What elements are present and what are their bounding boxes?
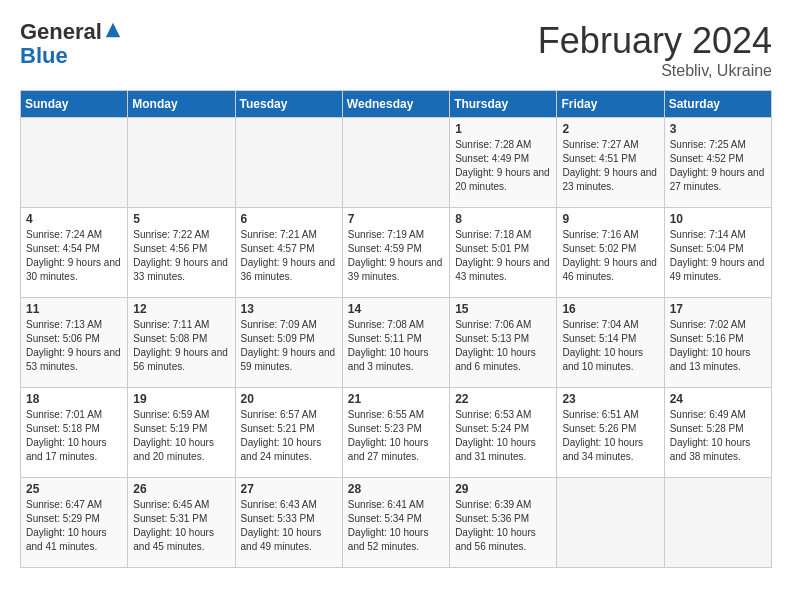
week-row-5: 25Sunrise: 6:47 AMSunset: 5:29 PMDayligh… bbox=[21, 478, 772, 568]
calendar-cell-w3-d2: 13Sunrise: 7:09 AMSunset: 5:09 PMDayligh… bbox=[235, 298, 342, 388]
calendar-cell-w1-d5: 2Sunrise: 7:27 AMSunset: 4:51 PMDaylight… bbox=[557, 118, 664, 208]
weekday-header-row: SundayMondayTuesdayWednesdayThursdayFrid… bbox=[21, 91, 772, 118]
page-header: General Blue February 2024 Stebliv, Ukra… bbox=[20, 20, 772, 80]
weekday-header-saturday: Saturday bbox=[664, 91, 771, 118]
day-info: Sunrise: 7:02 AMSunset: 5:16 PMDaylight:… bbox=[670, 318, 766, 374]
day-number: 17 bbox=[670, 302, 766, 316]
calendar-cell-w4-d6: 24Sunrise: 6:49 AMSunset: 5:28 PMDayligh… bbox=[664, 388, 771, 478]
day-number: 10 bbox=[670, 212, 766, 226]
day-info: Sunrise: 6:49 AMSunset: 5:28 PMDaylight:… bbox=[670, 408, 766, 464]
day-number: 22 bbox=[455, 392, 551, 406]
day-info: Sunrise: 7:11 AMSunset: 5:08 PMDaylight:… bbox=[133, 318, 229, 374]
calendar-cell-w4-d4: 22Sunrise: 6:53 AMSunset: 5:24 PMDayligh… bbox=[450, 388, 557, 478]
logo-icon bbox=[104, 21, 122, 39]
weekday-header-sunday: Sunday bbox=[21, 91, 128, 118]
calendar-cell-w5-d2: 27Sunrise: 6:43 AMSunset: 5:33 PMDayligh… bbox=[235, 478, 342, 568]
calendar-cell-w2-d5: 9Sunrise: 7:16 AMSunset: 5:02 PMDaylight… bbox=[557, 208, 664, 298]
day-number: 12 bbox=[133, 302, 229, 316]
day-info: Sunrise: 7:06 AMSunset: 5:13 PMDaylight:… bbox=[455, 318, 551, 374]
day-info: Sunrise: 6:41 AMSunset: 5:34 PMDaylight:… bbox=[348, 498, 444, 554]
day-number: 4 bbox=[26, 212, 122, 226]
day-info: Sunrise: 7:18 AMSunset: 5:01 PMDaylight:… bbox=[455, 228, 551, 284]
day-number: 13 bbox=[241, 302, 337, 316]
day-number: 11 bbox=[26, 302, 122, 316]
calendar-cell-w4-d1: 19Sunrise: 6:59 AMSunset: 5:19 PMDayligh… bbox=[128, 388, 235, 478]
calendar-cell-w4-d2: 20Sunrise: 6:57 AMSunset: 5:21 PMDayligh… bbox=[235, 388, 342, 478]
day-number: 7 bbox=[348, 212, 444, 226]
weekday-header-monday: Monday bbox=[128, 91, 235, 118]
week-row-1: 1Sunrise: 7:28 AMSunset: 4:49 PMDaylight… bbox=[21, 118, 772, 208]
day-number: 9 bbox=[562, 212, 658, 226]
day-number: 29 bbox=[455, 482, 551, 496]
calendar-cell-w3-d1: 12Sunrise: 7:11 AMSunset: 5:08 PMDayligh… bbox=[128, 298, 235, 388]
day-info: Sunrise: 6:57 AMSunset: 5:21 PMDaylight:… bbox=[241, 408, 337, 464]
week-row-2: 4Sunrise: 7:24 AMSunset: 4:54 PMDaylight… bbox=[21, 208, 772, 298]
calendar-cell-w5-d6 bbox=[664, 478, 771, 568]
calendar-cell-w2-d0: 4Sunrise: 7:24 AMSunset: 4:54 PMDaylight… bbox=[21, 208, 128, 298]
calendar-cell-w3-d3: 14Sunrise: 7:08 AMSunset: 5:11 PMDayligh… bbox=[342, 298, 449, 388]
day-info: Sunrise: 7:09 AMSunset: 5:09 PMDaylight:… bbox=[241, 318, 337, 374]
calendar-cell-w3-d0: 11Sunrise: 7:13 AMSunset: 5:06 PMDayligh… bbox=[21, 298, 128, 388]
calendar-cell-w2-d2: 6Sunrise: 7:21 AMSunset: 4:57 PMDaylight… bbox=[235, 208, 342, 298]
svg-marker-0 bbox=[106, 23, 120, 37]
day-number: 24 bbox=[670, 392, 766, 406]
day-number: 8 bbox=[455, 212, 551, 226]
day-info: Sunrise: 6:51 AMSunset: 5:26 PMDaylight:… bbox=[562, 408, 658, 464]
day-info: Sunrise: 7:24 AMSunset: 4:54 PMDaylight:… bbox=[26, 228, 122, 284]
day-info: Sunrise: 6:59 AMSunset: 5:19 PMDaylight:… bbox=[133, 408, 229, 464]
calendar-cell-w1-d6: 3Sunrise: 7:25 AMSunset: 4:52 PMDaylight… bbox=[664, 118, 771, 208]
calendar-cell-w2-d3: 7Sunrise: 7:19 AMSunset: 4:59 PMDaylight… bbox=[342, 208, 449, 298]
logo-blue: Blue bbox=[20, 43, 68, 68]
day-info: Sunrise: 7:28 AMSunset: 4:49 PMDaylight:… bbox=[455, 138, 551, 194]
day-info: Sunrise: 7:25 AMSunset: 4:52 PMDaylight:… bbox=[670, 138, 766, 194]
day-info: Sunrise: 6:43 AMSunset: 5:33 PMDaylight:… bbox=[241, 498, 337, 554]
weekday-header-wednesday: Wednesday bbox=[342, 91, 449, 118]
calendar-cell-w1-d4: 1Sunrise: 7:28 AMSunset: 4:49 PMDaylight… bbox=[450, 118, 557, 208]
calendar-cell-w2-d4: 8Sunrise: 7:18 AMSunset: 5:01 PMDaylight… bbox=[450, 208, 557, 298]
day-info: Sunrise: 7:22 AMSunset: 4:56 PMDaylight:… bbox=[133, 228, 229, 284]
calendar-cell-w1-d2 bbox=[235, 118, 342, 208]
calendar-cell-w5-d3: 28Sunrise: 6:41 AMSunset: 5:34 PMDayligh… bbox=[342, 478, 449, 568]
week-row-4: 18Sunrise: 7:01 AMSunset: 5:18 PMDayligh… bbox=[21, 388, 772, 478]
weekday-header-tuesday: Tuesday bbox=[235, 91, 342, 118]
day-number: 5 bbox=[133, 212, 229, 226]
day-number: 18 bbox=[26, 392, 122, 406]
day-number: 1 bbox=[455, 122, 551, 136]
logo: General Blue bbox=[20, 20, 122, 68]
day-info: Sunrise: 7:21 AMSunset: 4:57 PMDaylight:… bbox=[241, 228, 337, 284]
day-number: 14 bbox=[348, 302, 444, 316]
title-block: February 2024 Stebliv, Ukraine bbox=[538, 20, 772, 80]
day-number: 25 bbox=[26, 482, 122, 496]
day-info: Sunrise: 7:27 AMSunset: 4:51 PMDaylight:… bbox=[562, 138, 658, 194]
day-info: Sunrise: 7:04 AMSunset: 5:14 PMDaylight:… bbox=[562, 318, 658, 374]
calendar-cell-w1-d3 bbox=[342, 118, 449, 208]
weekday-header-thursday: Thursday bbox=[450, 91, 557, 118]
day-info: Sunrise: 6:53 AMSunset: 5:24 PMDaylight:… bbox=[455, 408, 551, 464]
logo-text: General Blue bbox=[20, 20, 122, 68]
calendar-cell-w3-d6: 17Sunrise: 7:02 AMSunset: 5:16 PMDayligh… bbox=[664, 298, 771, 388]
day-info: Sunrise: 6:39 AMSunset: 5:36 PMDaylight:… bbox=[455, 498, 551, 554]
day-number: 6 bbox=[241, 212, 337, 226]
weekday-header-friday: Friday bbox=[557, 91, 664, 118]
day-number: 15 bbox=[455, 302, 551, 316]
day-number: 20 bbox=[241, 392, 337, 406]
calendar-cell-w4-d0: 18Sunrise: 7:01 AMSunset: 5:18 PMDayligh… bbox=[21, 388, 128, 478]
calendar-cell-w2-d6: 10Sunrise: 7:14 AMSunset: 5:04 PMDayligh… bbox=[664, 208, 771, 298]
day-number: 2 bbox=[562, 122, 658, 136]
week-row-3: 11Sunrise: 7:13 AMSunset: 5:06 PMDayligh… bbox=[21, 298, 772, 388]
day-number: 16 bbox=[562, 302, 658, 316]
day-info: Sunrise: 7:19 AMSunset: 4:59 PMDaylight:… bbox=[348, 228, 444, 284]
calendar-cell-w3-d4: 15Sunrise: 7:06 AMSunset: 5:13 PMDayligh… bbox=[450, 298, 557, 388]
calendar-cell-w5-d1: 26Sunrise: 6:45 AMSunset: 5:31 PMDayligh… bbox=[128, 478, 235, 568]
day-number: 19 bbox=[133, 392, 229, 406]
calendar-cell-w4-d5: 23Sunrise: 6:51 AMSunset: 5:26 PMDayligh… bbox=[557, 388, 664, 478]
month-title: February 2024 bbox=[538, 20, 772, 62]
day-info: Sunrise: 7:01 AMSunset: 5:18 PMDaylight:… bbox=[26, 408, 122, 464]
calendar-cell-w1-d1 bbox=[128, 118, 235, 208]
day-number: 21 bbox=[348, 392, 444, 406]
calendar-table: SundayMondayTuesdayWednesdayThursdayFrid… bbox=[20, 90, 772, 568]
day-info: Sunrise: 7:08 AMSunset: 5:11 PMDaylight:… bbox=[348, 318, 444, 374]
day-info: Sunrise: 6:47 AMSunset: 5:29 PMDaylight:… bbox=[26, 498, 122, 554]
day-number: 23 bbox=[562, 392, 658, 406]
calendar-cell-w5-d0: 25Sunrise: 6:47 AMSunset: 5:29 PMDayligh… bbox=[21, 478, 128, 568]
